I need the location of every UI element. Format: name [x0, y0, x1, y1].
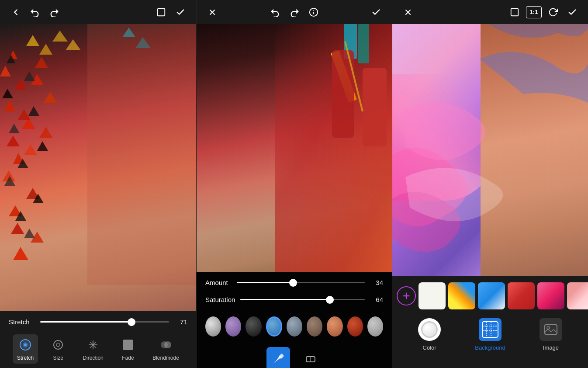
ratio-button[interactable]: 1:1	[526, 6, 542, 18]
option-background[interactable]: Background	[475, 318, 505, 351]
panel2-controls: Amount 34 Saturation 64	[197, 272, 392, 368]
saturation-thumb[interactable]	[326, 296, 334, 304]
add-background-button[interactable]	[397, 286, 416, 306]
panel2-redo-button[interactable]	[287, 4, 302, 20]
svg-rect-63	[511, 8, 519, 16]
color-black[interactable]	[246, 316, 261, 337]
refresh-button[interactable]	[545, 4, 561, 20]
svg-point-72	[547, 326, 550, 329]
stretch-value: 71	[174, 318, 187, 326]
stretch-slider-thumb[interactable]	[128, 318, 135, 326]
svg-point-41	[54, 340, 62, 349]
panel-background: 1:1	[392, 0, 588, 368]
panel3-confirm-button[interactable]	[564, 4, 580, 20]
redo-button[interactable]	[46, 4, 62, 20]
stretch-slider-fill	[40, 321, 131, 323]
stretch-slider-row: Stretch 71	[9, 318, 187, 326]
tool-size[interactable]: Size	[46, 334, 70, 364]
option-color[interactable]: Color	[418, 318, 441, 351]
color-brown-gray[interactable]	[307, 316, 322, 337]
eraser-button[interactable]	[299, 347, 322, 368]
panel2-topbar	[197, 0, 392, 24]
panel2-canvas[interactable]	[197, 24, 392, 272]
svg-point-49	[164, 341, 171, 348]
svg-rect-55	[358, 24, 369, 63]
stretch-slider[interactable]	[40, 321, 169, 323]
svg-marker-6	[7, 135, 20, 146]
erase-button[interactable]	[153, 4, 169, 20]
blendmode-tool-label: Blendmode	[152, 355, 179, 361]
undo-button[interactable]	[27, 4, 43, 20]
option-image[interactable]: Image	[540, 318, 562, 351]
bg-thumb-white[interactable]	[419, 282, 446, 309]
saturation-slider-row: Saturation 64	[205, 296, 383, 303]
stretch-icon	[17, 337, 33, 353]
saturation-slider[interactable]	[240, 299, 365, 300]
bg-thumb-red[interactable]	[508, 282, 535, 309]
svg-marker-14	[17, 109, 31, 120]
panel3-close-button[interactable]	[400, 4, 416, 20]
triangle-overlay	[0, 24, 196, 311]
svg-marker-16	[24, 144, 37, 155]
svg-marker-17	[11, 223, 24, 234]
svg-marker-34	[66, 39, 81, 50]
hair-color-picker	[205, 316, 383, 343]
tool-blendmode[interactable]: Blendmode	[148, 334, 183, 364]
panel-hair-color: Amount 34 Saturation 64	[196, 0, 392, 368]
panel3-erase-button[interactable]	[507, 4, 522, 20]
bg-thumb-pink[interactable]	[537, 282, 564, 309]
color-option-label: Color	[423, 344, 436, 351]
bg-thumb-blue[interactable]	[478, 282, 505, 309]
panel2-undo-button[interactable]	[267, 4, 283, 20]
color-auburn[interactable]	[347, 316, 363, 337]
image-option-icon	[540, 318, 562, 341]
bg-thumb-tri[interactable]	[567, 282, 588, 309]
size-icon	[50, 337, 66, 353]
svg-marker-30	[24, 229, 35, 238]
svg-marker-13	[44, 92, 57, 103]
svg-marker-4	[4, 101, 15, 111]
tool-direction[interactable]: Direction	[78, 334, 107, 364]
panel2-center-controls	[267, 4, 322, 20]
panel2-confirm-button[interactable]	[368, 4, 384, 20]
svg-marker-22	[2, 89, 13, 98]
color-option-icon	[418, 318, 441, 341]
svg-rect-66	[482, 322, 498, 337]
svg-marker-33	[52, 31, 68, 42]
tool-fade[interactable]: Fade	[116, 334, 140, 364]
amount-slider-row: Amount 34	[205, 279, 383, 286]
svg-rect-37	[87, 24, 196, 285]
panel1-right-controls	[153, 4, 188, 20]
blendmode-icon	[158, 337, 174, 353]
color-gray-blue[interactable]	[287, 316, 302, 337]
amount-thumb[interactable]	[289, 279, 297, 287]
color-purple[interactable]	[225, 316, 241, 337]
back-button[interactable]	[8, 4, 24, 20]
panel2-close-button[interactable]	[204, 4, 220, 20]
svg-rect-56	[363, 68, 387, 146]
fade-icon	[120, 337, 136, 353]
tool-stretch[interactable]: Stretch	[13, 334, 38, 364]
panel1-canvas[interactable]	[0, 24, 196, 311]
color-silver[interactable]	[205, 316, 221, 337]
fade-tool-label: Fade	[122, 355, 134, 361]
stretch-tool-label: Stretch	[17, 355, 34, 361]
brush-tool-row	[205, 343, 383, 368]
brush-button[interactable]	[266, 347, 290, 368]
amount-slider[interactable]	[237, 282, 365, 283]
panel3-canvas[interactable]	[392, 24, 588, 276]
color-copper[interactable]	[327, 316, 342, 337]
svg-rect-0	[158, 8, 165, 16]
color-light-gray[interactable]	[367, 316, 383, 337]
svg-rect-47	[123, 340, 133, 350]
bg-thumb-pattern1[interactable]	[448, 282, 475, 309]
info-button[interactable]	[306, 4, 322, 20]
svg-marker-11	[35, 57, 48, 68]
panel3-topbar: 1:1	[392, 0, 588, 24]
color-blue[interactable]	[266, 316, 282, 337]
panel3-controls: Color Background	[392, 276, 588, 368]
panel3-option-tabs: Color Background	[392, 311, 588, 355]
background-option-label: Background	[475, 344, 505, 351]
panel1-topbar	[0, 0, 196, 24]
confirm-button[interactable]	[173, 4, 188, 20]
